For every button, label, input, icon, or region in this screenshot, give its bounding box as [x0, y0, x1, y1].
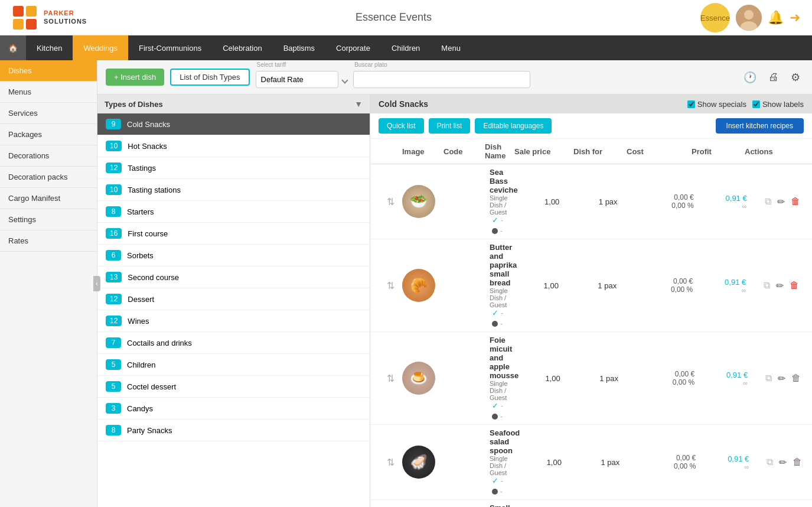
dish-type-item-starters[interactable]: 8 Starters [97, 201, 370, 223]
dish-type-name: Cold Snacks [127, 120, 170, 129]
dish-name-cell: Sea Bass ceviche Single Dish / Guest ✓ -… [485, 168, 523, 235]
col-code: Code [443, 147, 485, 156]
nav-weddings[interactable]: Weddings [73, 35, 128, 60]
sale-price-cell: 1,00 [523, 374, 582, 383]
dish-type-item-hot-snacks[interactable]: 10 Hot Snacks [97, 135, 370, 157]
show-labels-label[interactable]: Show labels [752, 100, 804, 109]
edit-button[interactable]: ✏ [776, 195, 786, 209]
profit-value: 0,91 € [700, 370, 748, 379]
dish-type-item-first-course[interactable]: 16 First course [97, 223, 370, 245]
dish-type-item-tastings[interactable]: 12 Tastings [97, 157, 370, 179]
dish-type-item-tasting-stations[interactable]: 10 Tasting stations [97, 179, 370, 201]
dish-type-item-second-course[interactable]: 13 Second course [97, 266, 370, 288]
nav-celebration[interactable]: Celebration [212, 35, 273, 60]
quick-list-button[interactable]: Quick list [379, 118, 424, 134]
nav-kitchen[interactable]: Kitchen [26, 35, 73, 60]
sidebar-item-decoration-packs[interactable]: Decoration packs [0, 167, 97, 188]
print-button[interactable]: 🖨 [765, 70, 782, 85]
dish-image: 🍮 [402, 362, 435, 395]
tariff-select-wrapper: Select tariff Default Rate [256, 71, 348, 88]
copy-button[interactable]: ⧉ [764, 372, 773, 385]
dish-type-item-children[interactable]: 5 Children [97, 354, 370, 376]
sort-handle[interactable]: ⇅ [379, 280, 402, 291]
sidebar-item-cargo-manifest[interactable]: Cargo Manifest [0, 188, 97, 209]
nav-home[interactable]: 🏠 [0, 35, 26, 60]
sidebar-item-decorations[interactable]: Decorations [0, 145, 97, 167]
main-layout: Dishes Menus Services Packages Decoratio… [0, 60, 812, 507]
dish-type-item-wines[interactable]: 12 Wines [97, 310, 370, 332]
dish-type-item-candys[interactable]: 3 Candys [97, 398, 370, 420]
dish-types-panel: Types of Dishes ▼ 9 Cold Snacks 10 Hot S… [97, 95, 370, 507]
dish-type-name: Hot Snacks [128, 142, 167, 151]
settings-gear-button[interactable]: ⚙ [787, 70, 804, 85]
search-input[interactable] [353, 71, 530, 88]
nav-corporate[interactable]: Corporate [325, 35, 381, 60]
dish-type-item-coctel-dessert[interactable]: 5 Coctel dessert [97, 376, 370, 398]
logout-icon[interactable]: ➜ [790, 10, 800, 25]
edit-button[interactable]: ✏ [775, 279, 785, 292]
dish-type-item-dessert[interactable]: 12 Dessert [97, 288, 370, 310]
table-row: ⇅ 🍮 Foie micuit and apple mousse Single … [370, 332, 812, 425]
show-specials-label[interactable]: Show specials [687, 100, 746, 109]
nav-children[interactable]: Children [381, 35, 431, 60]
dish-type-name: Second course [128, 273, 179, 282]
editable-languages-button[interactable]: Editable languages [475, 118, 552, 134]
edit-button[interactable]: ✏ [778, 456, 788, 469]
filter-icon[interactable]: ▼ [354, 99, 363, 109]
dish-name: Butter and paprika small bread [490, 243, 517, 287]
sidebar-item-services[interactable]: Services [0, 103, 97, 124]
dish-for-cell: 1 pax [582, 197, 635, 206]
nav-first-communions[interactable]: First-Communions [128, 35, 212, 60]
dish-name: Sea Bass ceviche [490, 168, 518, 194]
sort-handle[interactable]: ⇅ [379, 373, 402, 384]
edit-button[interactable]: ✏ [777, 372, 787, 385]
dish-types-title: Types of Dishes [105, 100, 163, 109]
sort-handle[interactable]: ⇅ [379, 457, 402, 468]
insert-dish-button[interactable]: + Insert dish [106, 69, 164, 86]
copy-button[interactable]: ⧉ [765, 456, 774, 469]
dish-type-badge: 16 [106, 228, 122, 239]
sidebar-item-packages[interactable]: Packages [0, 124, 97, 145]
history-button[interactable]: 🕐 [740, 70, 760, 85]
print-list-button[interactable]: Print list [429, 118, 471, 134]
dish-control-row-2: - [492, 320, 514, 328]
show-specials-checkbox[interactable] [687, 100, 695, 108]
dish-type-item-cocktails[interactable]: 7 Coctails and drinks [97, 332, 370, 354]
actions-cell: ⧉ ✏ 🗑 [753, 195, 812, 209]
show-labels-checkbox[interactable] [752, 100, 760, 108]
dish-type-item-party-snacks[interactable]: 8 Party Snacks [97, 420, 370, 441]
dish-for-cell: 1 pax [582, 374, 635, 383]
tariff-select[interactable]: Default Rate [256, 71, 338, 88]
delete-button[interactable]: 🗑 [790, 372, 802, 385]
delete-button[interactable]: 🗑 [788, 279, 800, 292]
sidebar-item-rates[interactable]: Rates [0, 230, 97, 252]
copy-button[interactable]: ⧉ [762, 279, 771, 292]
delete-button[interactable]: 🗑 [791, 456, 803, 469]
sidebar: Dishes Menus Services Packages Decoratio… [0, 60, 97, 507]
dish-type-item-sorbets[interactable]: 6 Sorbets [97, 245, 370, 266]
table-row: ⇅ 🧀 Small creamy cheese balls Single Dis… [370, 500, 812, 507]
nav-menu[interactable]: Menu [431, 35, 471, 60]
copy-button[interactable]: ⧉ [764, 195, 772, 208]
nav-baptisms[interactable]: Baptisms [273, 35, 325, 60]
dish-sub: Single Dish / Guest [490, 194, 518, 216]
delete-button[interactable]: 🗑 [790, 195, 801, 208]
notification-icon[interactable]: 🔔 [768, 10, 784, 25]
col-profit: Profit [692, 147, 745, 156]
list-dish-types-button[interactable]: List of Dish Types [170, 69, 249, 86]
dish-name: Small creamy cheese balls [490, 503, 517, 507]
insert-kitchen-recipes-button[interactable]: Insert kitchen recipes [716, 118, 804, 134]
dish-control-row-2: - [492, 488, 517, 496]
user-avatar[interactable] [736, 5, 762, 31]
dish-control-row-2: - [492, 227, 516, 235]
col-cost: Cost [627, 147, 692, 156]
sidebar-item-dishes[interactable]: Dishes [0, 60, 97, 82]
sort-handle[interactable]: ⇅ [379, 196, 402, 207]
table-row: ⇅ 🥗 Sea Bass ceviche Single Dish / Guest… [370, 164, 812, 239]
sidebar-item-settings[interactable]: Settings [0, 209, 97, 230]
sidebar-toggle-button[interactable]: ‹ [93, 276, 100, 291]
sidebar-item-menus[interactable]: Menus [0, 82, 97, 103]
cost-pct: 0,00 % [635, 202, 694, 210]
cost-value: 0,00 € [634, 277, 693, 285]
dish-type-item-cold-snacks[interactable]: 9 Cold Snacks [97, 113, 370, 135]
